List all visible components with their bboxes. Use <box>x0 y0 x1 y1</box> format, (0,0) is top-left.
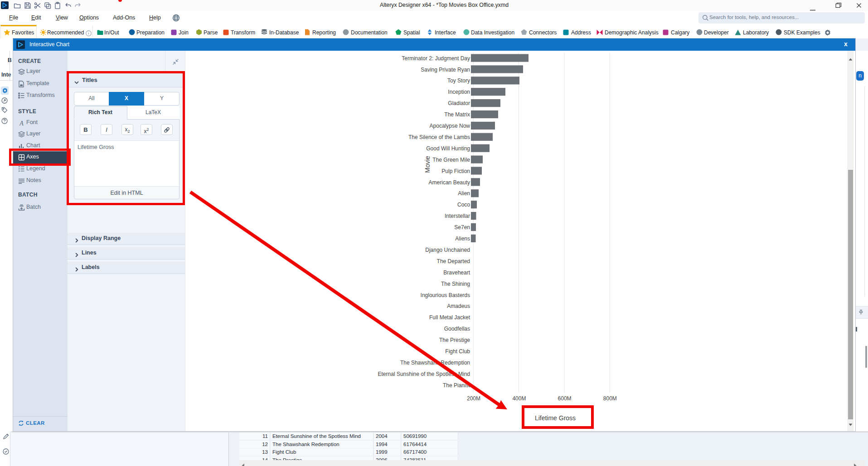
svg-text:The Departed: The Departed <box>437 258 470 264</box>
svg-text:The Pianist: The Pianist <box>443 382 470 389</box>
svg-text:Aliens: Aliens <box>455 235 470 242</box>
svg-text:Gladiator: Gladiator <box>448 100 470 106</box>
svg-text:Fight Club: Fight Club <box>445 348 470 355</box>
svg-text:Se7en: Se7en <box>454 224 470 231</box>
svg-text:Eternal Sunshine of the Spotle: Eternal Sunshine of the Spotless Mind <box>378 371 470 377</box>
svg-text:Alien: Alien <box>458 190 470 197</box>
svg-text:The Prestige: The Prestige <box>439 337 470 343</box>
svg-text:American Beauty: American Beauty <box>429 179 470 186</box>
svg-text:A: A <box>19 120 24 127</box>
svg-text:Terminator 2: Judgment Day: Terminator 2: Judgment Day <box>402 55 470 62</box>
svg-text:200M: 200M <box>467 395 480 402</box>
svg-text:Braveheart: Braveheart <box>443 269 470 276</box>
svg-text:The Green Mile: The Green Mile <box>432 157 470 163</box>
svg-text:Apocalypse Now: Apocalypse Now <box>430 123 470 129</box>
svg-text:Amadeus: Amadeus <box>447 303 470 309</box>
svg-text:Inception: Inception <box>448 89 470 95</box>
svg-text:Good Will Hunting: Good Will Hunting <box>426 145 470 152</box>
svg-text:600M: 600M <box>558 395 572 402</box>
svg-text:Interstellar: Interstellar <box>445 213 470 219</box>
svg-text:800M: 800M <box>603 395 617 402</box>
svg-text:Saving Private Ryan: Saving Private Ryan <box>421 67 470 73</box>
svg-text:Django Unchained: Django Unchained <box>425 247 470 253</box>
svg-text:The Shawshank Redemption: The Shawshank Redemption <box>400 360 470 366</box>
svg-text:The Matrix: The Matrix <box>444 111 470 118</box>
svg-text:Full Metal Jacket: Full Metal Jacket <box>429 314 470 321</box>
svg-text:The Shining: The Shining <box>441 281 470 287</box>
svg-text:Goodfellas: Goodfellas <box>444 326 470 332</box>
svg-text:The Silence of the Lambs: The Silence of the Lambs <box>408 134 470 140</box>
svg-text:Toy Story: Toy Story <box>447 77 470 84</box>
svg-text:Inglourious Basterds: Inglourious Basterds <box>421 292 470 298</box>
svg-text:Coco: Coco <box>457 202 470 208</box>
svg-text:Movie: Movie <box>424 156 431 173</box>
svg-text:400M: 400M <box>512 395 526 402</box>
svg-text:Pulp Fiction: Pulp Fiction <box>441 168 470 174</box>
